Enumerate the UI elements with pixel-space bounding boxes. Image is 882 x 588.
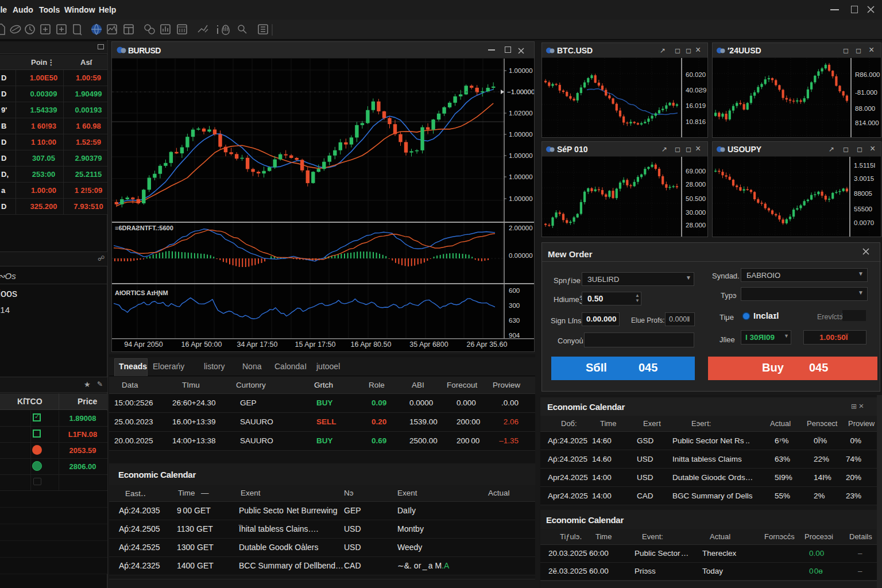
svg-text:30.000: 30.000 — [686, 209, 706, 216]
svg-text:50.500: 50.500 — [686, 195, 706, 202]
svg-text:88.000: 88.000 — [855, 105, 875, 112]
svg-text:1.00000: 1.00000 — [509, 195, 533, 202]
svg-text:1.00000: 1.00000 — [509, 67, 533, 74]
svg-text:69.000: 69.000 — [686, 168, 706, 175]
svg-text:AƚORTICS AɪHƝM: AƚORTICS AɪHƝM — [115, 289, 168, 296]
svg-text:600: 600 — [509, 287, 520, 294]
svg-text:R86.000: R86.000 — [855, 71, 880, 78]
svg-text:28.000: 28.000 — [686, 181, 706, 188]
svg-text:34 Apr 17:50: 34 Apr 17:50 — [237, 341, 278, 349]
svg-text:55500: 55500 — [854, 206, 872, 212]
svg-text:1.02000: 1.02000 — [509, 110, 533, 117]
svg-text:60.020: 60.020 — [686, 71, 706, 78]
svg-text:1.00000: 1.00000 — [509, 152, 533, 159]
svg-text:≡6DRAƧΝTFT.:5600: ≡6DRAƧΝTFT.:5600 — [115, 225, 173, 231]
svg-text:0.00000: 0.00000 — [509, 252, 533, 259]
svg-text:−1.00000: −1.00000 — [507, 88, 534, 95]
svg-text:3.0015: 3.0015 — [854, 175, 874, 182]
svg-text:10.816: 10.816 — [686, 118, 706, 125]
svg-text:630: 630 — [509, 317, 520, 324]
svg-text:16.019: 16.019 — [686, 102, 706, 109]
svg-text:1.00000: 1.00000 — [509, 173, 533, 180]
svg-text:300: 300 — [509, 302, 520, 309]
svg-text:16 Apr 80.50: 16 Apr 80.50 — [351, 341, 392, 349]
svg-text:814.000: 814.000 — [855, 119, 879, 126]
svg-text:1.5115Ӏ: 1.5115Ӏ — [854, 162, 876, 169]
svg-text:88005: 88005 — [854, 190, 872, 197]
svg-text:-81.000: -81.000 — [855, 89, 877, 96]
svg-text:94 Apr 2050: 94 Apr 2050 — [124, 341, 163, 349]
svg-text:16 Apr 50:00: 16 Apr 50:00 — [181, 341, 222, 349]
svg-text:40.0Ƨ9: 40.0Ƨ9 — [686, 87, 706, 94]
svg-text:26 Apr 35.60: 26 Apr 35.60 — [467, 341, 508, 349]
svg-text:35 Apr 6800: 35 Apr 6800 — [409, 341, 448, 349]
svg-text:28.000: 28.000 — [686, 222, 706, 229]
svg-text:0.0070: 0.0070 — [854, 219, 874, 226]
svg-text:15 Apr 17:50: 15 Apr 17:50 — [295, 341, 336, 349]
svg-text:904: 904 — [509, 332, 520, 339]
svg-text:1.00000: 1.00000 — [509, 131, 533, 138]
svg-text:2.00000: 2.00000 — [509, 225, 533, 231]
